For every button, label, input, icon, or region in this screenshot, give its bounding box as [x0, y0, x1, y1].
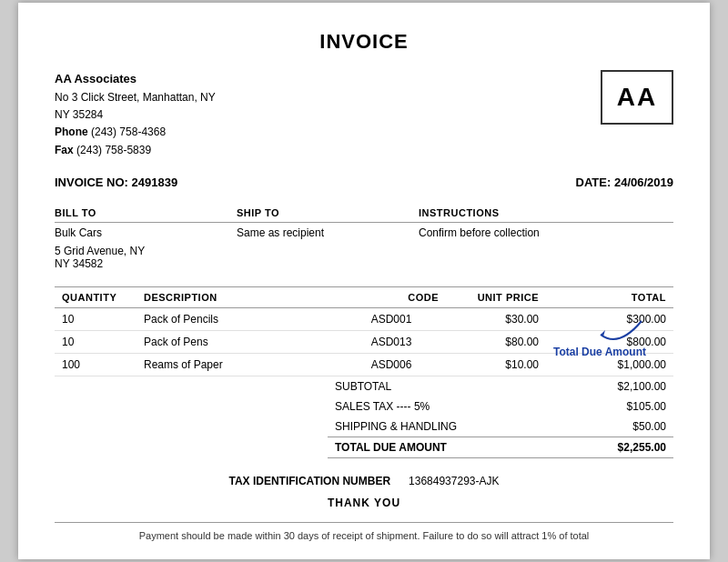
- total-due-label: TOTAL DUE AMOUNT: [328, 437, 564, 457]
- invoice-title: INVOICE: [55, 30, 673, 54]
- row-code: ASD001: [337, 307, 446, 330]
- annotation-curve: [553, 316, 646, 344]
- bill-ship-table: BILL TO SHIP TO INSTRUCTIONS Bulk Cars S…: [55, 204, 673, 272]
- shipping-value: $50.00: [564, 416, 673, 437]
- total-header: TOTAL: [546, 286, 673, 307]
- bill-to-header: BILL TO: [55, 204, 237, 223]
- footer-note: Payment should be made within 30 days of…: [55, 522, 673, 541]
- total-due-value: $2,255.00: [564, 437, 673, 457]
- row-desc: Pack of Pens: [136, 330, 337, 353]
- subtotal-label: SUBTOTAL: [328, 376, 564, 396]
- tax-id-label: TAX IDENTIFICATION NUMBER: [229, 475, 391, 487]
- annotation-label: Total Due Amount: [553, 346, 646, 358]
- instructions-value: Confirm before collection: [419, 222, 673, 241]
- company-name: AA Associates: [55, 70, 216, 89]
- shipping-row: SHIPPING & HANDLING $50.00: [328, 416, 673, 437]
- bill-to-name: Bulk Cars: [55, 222, 237, 241]
- qty-header: QUANTITY: [55, 286, 136, 307]
- thank-you: THANK YOU: [55, 497, 673, 509]
- annotation-area: Total Due Amount: [553, 316, 646, 358]
- tax-id-section: TAX IDENTIFICATION NUMBER 13684937293-AJ…: [55, 475, 673, 487]
- ship-to-value: Same as recipient: [237, 222, 419, 241]
- tax-value: $105.00: [564, 396, 673, 416]
- unit-price-header: UNIT PRICE: [446, 286, 546, 307]
- row-unit-price: $30.00: [446, 307, 546, 330]
- ship-to-header: SHIP TO: [237, 204, 419, 223]
- tax-row: SALES TAX ---- 5% $105.00: [328, 396, 673, 416]
- row-qty: 10: [55, 330, 136, 353]
- header-section: AA Associates No 3 Click Street, Manhatt…: [55, 70, 673, 159]
- invoice-page: INVOICE AA Associates No 3 Click Street,…: [18, 3, 710, 559]
- code-header: CODE: [337, 286, 446, 307]
- summary-table: SUBTOTAL $2,100.00 SALES TAX ---- 5% $10…: [328, 376, 673, 458]
- row-unit-price: $10.00: [446, 353, 546, 376]
- company-fax: Fax (243) 758-5839: [55, 142, 216, 159]
- bill-to-address: 5 Grid Avenue, NY NY 34582: [55, 241, 237, 272]
- invoice-meta: INVOICE NO: 2491839 DATE: 24/06/2019: [55, 176, 673, 189]
- row-unit-price: $80.00: [446, 330, 546, 353]
- tax-id-value: 13684937293-AJK: [409, 475, 499, 487]
- company-address1: No 3 Click Street, Manhattan, NY: [55, 89, 216, 106]
- invoice-number: INVOICE NO: 2491839: [55, 176, 177, 189]
- row-qty: 100: [55, 353, 136, 376]
- instructions-header: INSTRUCTIONS: [419, 204, 673, 223]
- row-code: ASD006: [337, 353, 446, 376]
- company-address2: NY 35284: [55, 106, 216, 124]
- subtotal-row: SUBTOTAL $2,100.00: [328, 376, 673, 396]
- row-code: ASD013: [337, 330, 446, 353]
- company-phone: Phone (243) 758-4368: [55, 124, 216, 141]
- shipping-label: SHIPPING & HANDLING: [328, 416, 564, 437]
- row-desc: Reams of Paper: [136, 353, 337, 376]
- invoice-date: DATE: 24/06/2019: [576, 176, 673, 189]
- company-logo: AA: [601, 70, 673, 125]
- row-qty: 10: [55, 307, 136, 330]
- subtotal-value: $2,100.00: [564, 376, 673, 396]
- total-due-row: TOTAL DUE AMOUNT $2,255.00: [328, 437, 673, 457]
- company-info: AA Associates No 3 Click Street, Manhatt…: [55, 70, 216, 159]
- tax-label: SALES TAX ---- 5%: [328, 396, 564, 416]
- row-desc: Pack of Pencils: [136, 307, 337, 330]
- desc-header: DESCRIPTION: [136, 286, 337, 307]
- annotation-curve-svg: [592, 316, 646, 344]
